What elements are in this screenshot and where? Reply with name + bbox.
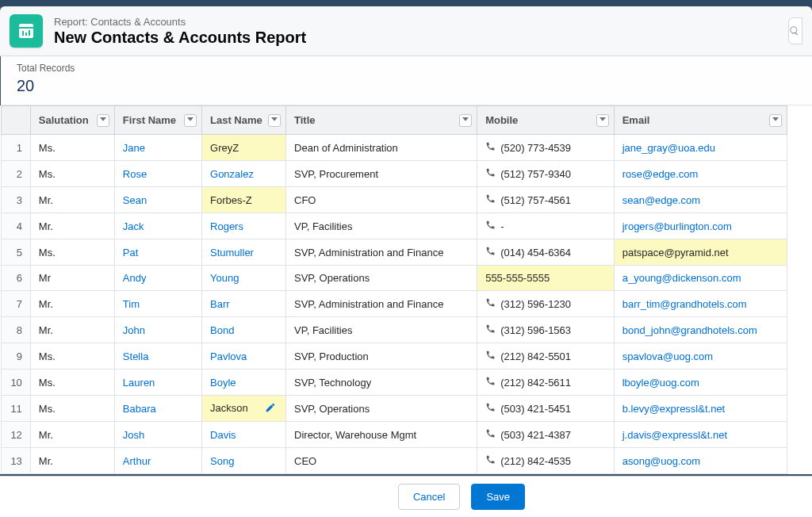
cell-first-name[interactable]: Arthur (114, 448, 201, 474)
cell-title[interactable]: SVP, Operations (286, 266, 477, 291)
cell-title[interactable]: Dean of Administration (286, 135, 477, 161)
filter-icon[interactable] (268, 114, 281, 127)
cell-first-name[interactable]: John (114, 317, 201, 343)
cell-last-name[interactable]: Young (202, 266, 286, 291)
cell-last-name[interactable]: Barr (202, 291, 286, 317)
cell-salutation[interactable]: Ms. (30, 135, 114, 161)
filter-icon[interactable] (184, 114, 197, 127)
email-link[interactable]: spavlova@uog.com (622, 350, 713, 362)
cell-email[interactable]: sean@edge.com (614, 187, 787, 213)
cell-salutation[interactable]: Ms. (30, 396, 114, 422)
first-name-link[interactable]: Stella (123, 350, 149, 362)
col-email[interactable]: Email (614, 106, 787, 135)
cell-title[interactable]: SVP, Administration and Finance (286, 239, 477, 266)
cell-first-name[interactable]: Sean (114, 187, 201, 213)
last-name-text[interactable]: Davis (210, 429, 236, 441)
cell-mobile[interactable]: (520) 773-4539 (477, 135, 615, 161)
first-name-link[interactable]: Babara (123, 403, 156, 415)
first-name-link[interactable]: Rose (123, 168, 147, 180)
cell-last-name[interactable]: Pavlova (202, 343, 286, 370)
cell-email[interactable]: rose@edge.com (614, 161, 787, 187)
cell-first-name[interactable]: Andy (114, 266, 201, 291)
cancel-button[interactable]: Cancel (398, 484, 460, 510)
cell-last-name[interactable]: Jackson (202, 396, 286, 422)
cell-last-name[interactable]: GreyZ (202, 135, 286, 161)
cell-email[interactable]: patspace@pyramid.net (614, 239, 787, 266)
first-name-link[interactable]: Andy (123, 272, 147, 284)
email-link[interactable]: b.levy@expressl&t.net (622, 403, 726, 415)
cell-salutation[interactable]: Ms. (30, 161, 114, 187)
filter-icon[interactable] (97, 114, 109, 127)
cell-title[interactable]: SVP, Operations (286, 396, 477, 422)
cell-salutation[interactable]: Mr. (30, 317, 114, 343)
cell-title[interactable]: CFO (286, 187, 477, 213)
cell-salutation[interactable]: Mr. (30, 422, 114, 448)
last-name-text[interactable]: Gonzalez (210, 168, 254, 180)
cell-mobile[interactable]: (512) 757-9340 (477, 161, 615, 187)
cell-email[interactable]: bond_john@grandhotels.com (614, 317, 787, 343)
email-link[interactable]: bond_john@grandhotels.com (622, 324, 757, 336)
cell-first-name[interactable]: Tim (114, 291, 201, 317)
col-salutation[interactable]: Salutation (30, 106, 114, 135)
email-link[interactable]: a_young@dickenson.com (622, 272, 741, 284)
cell-last-name[interactable]: Rogers (202, 213, 286, 239)
cell-title[interactable]: VP, Facilities (286, 213, 477, 239)
cell-mobile[interactable]: (503) 421-5451 (477, 396, 615, 422)
cell-first-name[interactable]: Josh (114, 422, 201, 448)
cell-mobile[interactable]: (312) 596-1563 (477, 317, 615, 343)
save-button[interactable]: Save (471, 484, 525, 510)
cell-mobile[interactable]: (212) 842-5501 (477, 343, 615, 370)
first-name-link[interactable]: Jane (123, 142, 145, 154)
cell-last-name[interactable]: Boyle (202, 370, 286, 396)
col-first-name[interactable]: First Name (114, 106, 201, 135)
first-name-link[interactable]: Josh (123, 429, 144, 441)
cell-last-name[interactable]: Gonzalez (202, 161, 286, 187)
cell-mobile[interactable]: - (477, 213, 615, 239)
cell-first-name[interactable]: Pat (114, 239, 201, 266)
cell-first-name[interactable]: Jack (114, 213, 201, 239)
last-name-text[interactable]: Rogers (210, 220, 243, 232)
cell-email[interactable]: a_young@dickenson.com (614, 266, 787, 291)
cell-mobile[interactable]: (512) 757-4561 (477, 187, 615, 213)
cell-last-name[interactable]: Stumuller (202, 239, 286, 266)
search-input[interactable] (788, 17, 802, 44)
email-link[interactable]: rose@edge.com (622, 168, 699, 180)
email-link[interactable]: asong@uog.com (622, 455, 700, 467)
email-link[interactable]: jane_gray@uoa.edu (622, 142, 715, 154)
cell-email[interactable]: asong@uog.com (614, 448, 787, 474)
cell-mobile[interactable]: (503) 421-4387 (477, 422, 615, 448)
col-mobile[interactable]: Mobile (477, 106, 615, 135)
first-name-link[interactable]: Lauren (123, 377, 155, 389)
cell-email[interactable]: spavlova@uog.com (614, 343, 787, 370)
cell-first-name[interactable]: Rose (114, 161, 201, 187)
cell-title[interactable]: SVP, Technology (286, 370, 477, 396)
filter-icon[interactable] (596, 114, 609, 127)
first-name-link[interactable]: Arthur (123, 455, 151, 467)
cell-salutation[interactable]: Mr. (30, 448, 114, 474)
col-title[interactable]: Title (286, 106, 477, 135)
cell-title[interactable]: Director, Warehouse Mgmt (286, 422, 477, 448)
cell-mobile[interactable]: (212) 842-5611 (477, 370, 615, 396)
filter-icon[interactable] (769, 114, 782, 127)
cell-email[interactable]: j.davis@expressl&t.net (614, 422, 787, 448)
col-last-name[interactable]: Last Name (202, 106, 286, 135)
email-link[interactable]: lboyle@uog.com (622, 377, 699, 389)
cell-mobile[interactable]: (212) 842-4535 (477, 448, 615, 474)
cell-email[interactable]: lboyle@uog.com (614, 370, 787, 396)
first-name-link[interactable]: Jack (123, 220, 144, 232)
cell-email[interactable]: b.levy@expressl&t.net (614, 396, 787, 422)
edit-pencil-icon[interactable] (265, 402, 278, 415)
email-link[interactable]: sean@edge.com (622, 194, 700, 206)
cell-title[interactable]: SVP, Procurement (286, 161, 477, 187)
cell-title[interactable]: SVP, Production (286, 343, 477, 370)
cell-last-name[interactable]: Song (202, 448, 286, 474)
last-name-text[interactable]: Boyle (210, 377, 236, 389)
cell-salutation[interactable]: Ms. (30, 370, 114, 396)
cell-last-name[interactable]: Bond (202, 317, 286, 343)
email-link[interactable]: j.davis@expressl&t.net (622, 429, 727, 441)
cell-title[interactable]: CEO (286, 448, 477, 474)
last-name-text[interactable]: Stumuller (210, 247, 254, 258)
last-name-text[interactable]: Young (210, 272, 239, 284)
cell-mobile[interactable]: (014) 454-6364 (477, 239, 615, 266)
cell-first-name[interactable]: Babara (114, 396, 201, 422)
